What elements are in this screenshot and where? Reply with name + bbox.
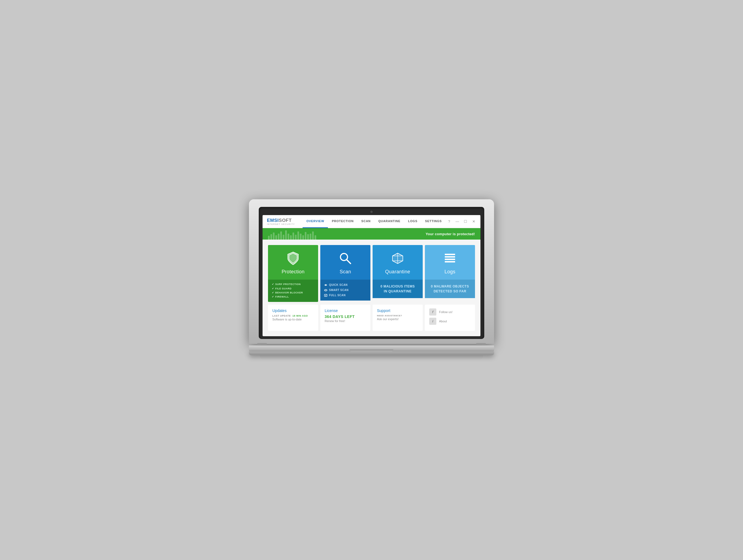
shield-icon [286,251,300,266]
license-card[interactable]: License 364 DAYS LEFT Renew for free! [320,305,370,331]
smart-scan-icon [324,289,327,292]
hinge-right [476,343,486,345]
cards-row: Protection SURF PROTECTION FILE GUARD BE… [268,245,475,301]
laptop-foot-base [249,352,494,355]
protection-card-title: Protection [281,269,305,275]
main-content: Protection SURF PROTECTION FILE GUARD BE… [263,240,480,336]
follow-label: Follow us! [439,310,453,314]
logs-card-top: Logs [425,245,475,280]
help-button[interactable]: ? [447,220,451,224]
full-scan-icon [324,294,327,297]
title-bar: EMSISOFT INTERNET SECURITY OVERVIEW PROT… [263,215,480,228]
license-title: License [325,309,366,313]
scan-card-bottom: QUICK SCAN SMART SCAN [320,280,370,300]
logs-info: 0 MALWARE OBJECTS DETECTED SO FAR [431,284,469,294]
feature-surf-protection: SURF PROTECTION [272,282,314,286]
laptop-base [249,345,494,352]
laptop-reflection [260,355,483,361]
logs-card-title: Logs [444,269,455,275]
social-card: f Follow us! i About [425,305,475,331]
scan-card[interactable]: Scan QUICK SCAN [320,245,370,301]
updates-body: Software is up-to-date [272,318,314,321]
logo-text: EMSISOFT [267,218,292,223]
smart-scan-option[interactable]: SMART SCAN [324,287,366,293]
logo-subtitle: INTERNET SECURITY [267,223,295,225]
logo-area: EMSISOFT INTERNET SECURITY [267,218,295,225]
support-body: Ask our experts! [377,317,418,321]
svg-line-1 [346,260,351,264]
svg-rect-14 [445,259,455,260]
license-days: 364 DAYS LEFT [325,315,366,319]
quarantine-card-top: Quarantine [373,245,423,280]
info-icon: i [429,318,436,325]
full-scan-option[interactable]: FULL SCAN [324,293,366,298]
quarantine-card-bottom: 0 MALICIOUS ITEMS IN QUARANTINE [373,280,423,298]
protection-card-bottom: SURF PROTECTION FILE GUARD BEHAVIOR BLOC… [268,280,318,301]
close-button[interactable]: ✕ [471,220,476,224]
quarantine-info: 0 MALICIOUS ITEMS IN QUARANTINE [381,284,415,294]
status-bar: Your computer is protected! [263,228,480,240]
about-row[interactable]: i About [429,318,471,325]
follow-row[interactable]: f Follow us! [429,309,471,316]
feature-file-guard: FILE GUARD [272,287,314,291]
quick-scan-option[interactable]: QUICK SCAN [324,282,366,287]
nav-item-quarantine[interactable]: QUARANTINE [375,215,404,228]
nav-item-protection[interactable]: PROTECTION [328,215,357,228]
laptop-camera [370,211,373,213]
scan-card-title: Scan [340,269,351,275]
info-row: Updates LAST UPDATE 18 MIN AGO Software … [268,305,475,331]
scan-card-top: Scan [320,245,370,280]
window-controls: ? — ☐ ✕ [447,220,476,224]
quick-scan-icon [324,283,327,287]
support-card[interactable]: Support NEED ASSISTANCE? Ask our experts… [373,305,423,331]
nav-item-scan[interactable]: SCAN [358,215,375,228]
nav-menu: OVERVIEW PROTECTION SCAN QUARANTINE LOGS… [303,215,447,228]
nav-item-settings[interactable]: SETTINGS [421,215,446,228]
minimize-button[interactable]: — [455,220,460,224]
nav-item-overview[interactable]: OVERVIEW [303,215,328,228]
support-title: Support [377,309,418,313]
feature-behavior-blocker: BEHAVIOR BLOCKER [272,291,314,295]
app-window: EMSISOFT INTERNET SECURITY OVERVIEW PROT… [263,215,480,336]
about-label: About [439,320,447,323]
svg-rect-13 [445,256,455,258]
svg-rect-15 [445,261,455,263]
protection-card-top: Protection [268,245,318,280]
svg-point-2 [325,284,326,285]
logs-card[interactable]: Logs 0 MALWARE OBJECTS DETECTED SO FAR [425,245,475,301]
support-need: NEED ASSISTANCE? [377,315,418,317]
updates-title: Updates [272,309,314,313]
quarantine-card-title: Quarantine [385,269,410,275]
updates-highlight: 18 MIN AGO [293,315,308,317]
nav-item-logs[interactable]: LOGS [404,215,421,228]
facebook-icon: f [429,309,436,316]
status-message: Your computer is protected! [426,232,475,236]
updates-card[interactable]: Updates LAST UPDATE 18 MIN AGO Software … [268,305,318,331]
lines-icon [443,251,457,266]
svg-rect-12 [445,254,455,255]
logs-card-bottom: 0 MALWARE OBJECTS DETECTED SO FAR [425,280,475,298]
license-body: Renew for free! [325,319,366,323]
search-icon [338,251,353,266]
laptop-hinges [249,343,494,345]
updates-label: LAST UPDATE [272,315,291,317]
laptop-screen: EMSISOFT INTERNET SECURITY OVERVIEW PROT… [263,215,480,336]
cube-icon [390,251,405,266]
protection-card[interactable]: Protection SURF PROTECTION FILE GUARD BE… [268,245,318,301]
hinge-left [257,343,267,345]
maximize-button[interactable]: ☐ [463,220,468,224]
quarantine-card[interactable]: Quarantine 0 MALICIOUS ITEMS IN QUARANTI… [373,245,423,301]
feature-firewall: FIREWALL [272,295,314,299]
